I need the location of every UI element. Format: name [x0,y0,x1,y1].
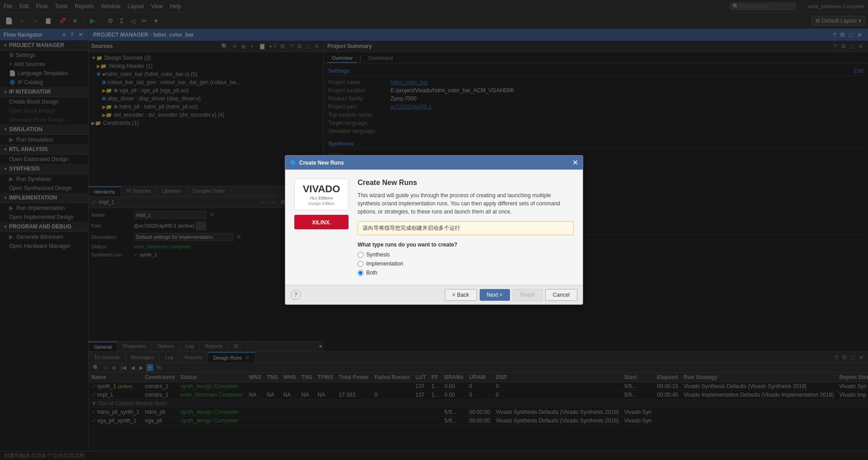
vivado-text: VIVADO [303,183,340,195]
dialog-help-btn[interactable]: ? [291,290,301,300]
dialog-close-btn[interactable]: ✕ [572,158,578,167]
radio-both-label: Both [366,270,377,276]
vivado-edition: Design Edition [308,201,335,206]
vivado-text-area: VIVADO [303,183,340,195]
finish-button: Finish [513,289,542,301]
dialog-titlebar: 🔷 Create New Runs ✕ [285,156,583,170]
dialog-body: VIVADO HLx Editions Design Edition XILIN… [285,170,583,285]
radio-synthesis[interactable]: Synthesis [358,251,574,258]
vivado-sub: HLx Editions [310,196,333,200]
next-button[interactable]: Next > [480,289,510,301]
radio-synthesis-input[interactable] [358,252,363,258]
dialog-radio-group: Synthesis Implementation Both [358,251,574,276]
dialog-question: What type runs do you want to create? [358,242,574,248]
back-button[interactable]: < Back [445,289,477,301]
radio-implementation-input[interactable] [358,261,363,267]
radio-implementation-label: Implementation [366,261,403,267]
dialog-content: Create New Runs This wizard will guide y… [358,179,574,276]
dialog-description: This wizard will guide you through the p… [358,191,574,216]
xilinx-text: XILINX. [312,219,331,226]
radio-both-input[interactable] [358,270,363,276]
vivado-logo: VIVADO HLx Editions Design Edition [294,179,349,210]
radio-implementation[interactable]: Implementation [358,261,574,267]
radio-synthesis-label: Synthesis [366,251,390,258]
dialog-footer: ? < Back Next > Finish Cancel [285,285,583,304]
cancel-button[interactable]: Cancel [545,289,577,301]
dialog-heading: Create New Runs [358,179,574,187]
dialog-logo-area: VIVADO HLx Editions Design Edition XILIN… [294,179,349,276]
dialog-buttons: < Back Next > Finish Cancel [445,289,577,301]
create-runs-dialog: 🔷 Create New Runs ✕ VIVADO HLx Editions … [285,155,583,305]
dialog-chinese-note: 该向导将指导您完成创建并启动多个运行 [358,221,574,235]
radio-both[interactable]: Both [358,270,574,276]
xilinx-logo: XILINX. [294,215,349,229]
dialog-title: 🔷 Create New Runs [290,160,344,166]
dialog-title-icon: 🔷 [290,160,297,166]
dialog-overlay: 🔷 Create New Runs ✕ VIVADO HLx Editions … [0,0,868,460]
